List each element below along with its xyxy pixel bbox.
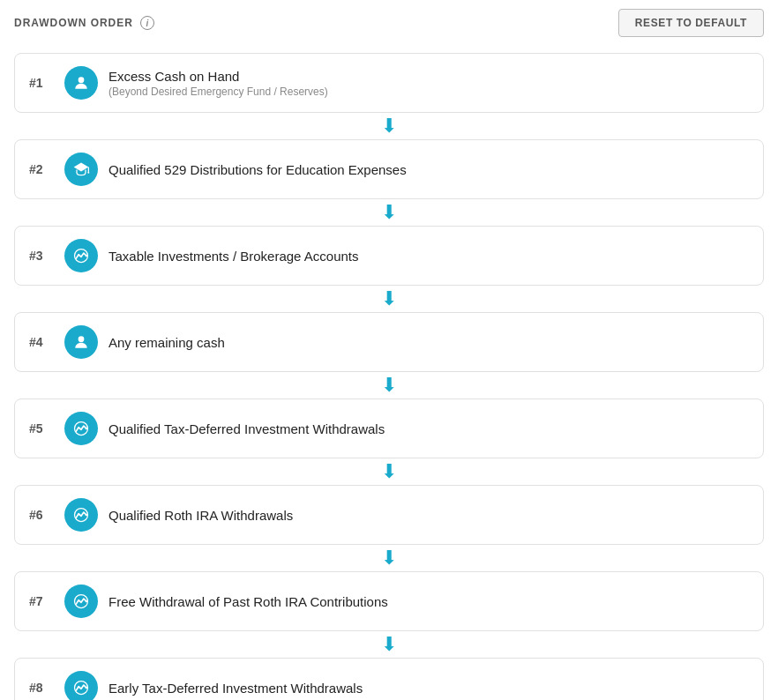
- svg-point-11: [79, 336, 85, 342]
- drawdown-row[interactable]: #5 Qualified Tax-Deferred Investment Wit…: [14, 398, 764, 458]
- drawdown-order-title: DRAWDOWN ORDER: [14, 17, 133, 29]
- item-label: Early Tax-Deferred Investment Withdrawal…: [108, 681, 363, 696]
- svg-point-13: [86, 428, 88, 430]
- item-label: Qualified 529 Distributions for Educatio…: [108, 162, 407, 177]
- svg-point-5: [79, 77, 85, 83]
- item-label: Taxable Investments / Brokerage Accounts: [108, 249, 358, 264]
- item-text: Qualified Roth IRA Withdrawals: [108, 508, 293, 523]
- item-label: Free Withdrawal of Past Roth IRA Contrib…: [108, 594, 388, 609]
- drawdown-item-wrapper: #1 Excess Cash on Hand(Beyond Desired Em…: [14, 53, 764, 139]
- drawdown-item-wrapper: #8 Early Tax-Deferred Investment Withdra…: [14, 658, 764, 700]
- item-number: #3: [29, 249, 54, 263]
- drawdown-row[interactable]: #4 Any remaining cash: [14, 312, 764, 372]
- item-text: Early Tax-Deferred Investment Withdrawal…: [108, 681, 363, 696]
- down-arrow-icon: ⬇: [381, 548, 397, 568]
- svg-point-10: [86, 255, 88, 257]
- item-icon: [64, 498, 98, 532]
- svg-marker-6: [74, 163, 89, 172]
- drawdown-item-wrapper: #7 Free Withdrawal of Past Roth IRA Cont…: [14, 571, 764, 658]
- down-arrow-icon: ⬇: [381, 635, 397, 654]
- drawdown-row[interactable]: #1 Excess Cash on Hand(Beyond Desired Em…: [14, 53, 764, 113]
- drawdown-row[interactable]: #3 Taxable Investments / Brokerage Accou…: [14, 226, 764, 286]
- drawdown-row[interactable]: #6 Qualified Roth IRA Withdrawals: [14, 485, 764, 545]
- drawdown-row[interactable]: #2 Qualified 529 Distributions for Educa…: [14, 139, 764, 199]
- header-left: DRAWDOWN ORDER i: [14, 16, 154, 30]
- item-icon: [64, 412, 98, 445]
- item-number: #6: [29, 508, 54, 522]
- item-number: #4: [29, 335, 54, 349]
- item-text: Any remaining cash: [108, 335, 225, 350]
- item-label: Qualified Tax-Deferred Investment Withdr…: [108, 421, 385, 436]
- down-arrow-icon: ⬇: [381, 116, 397, 136]
- reset-to-default-button[interactable]: RESET TO DEFAULT: [618, 9, 764, 37]
- item-icon: [64, 585, 98, 618]
- svg-point-15: [86, 514, 88, 517]
- drawdown-list: #1 Excess Cash on Hand(Beyond Desired Em…: [14, 53, 764, 700]
- item-label: Qualified Roth IRA Withdrawals: [108, 508, 293, 523]
- drawdown-item-wrapper: #5 Qualified Tax-Deferred Investment Wit…: [14, 398, 764, 485]
- item-text: Excess Cash on Hand(Beyond Desired Emerg…: [108, 69, 328, 98]
- item-text: Qualified 529 Distributions for Educatio…: [108, 162, 407, 177]
- item-label: Excess Cash on Hand: [108, 69, 328, 84]
- item-icon: [64, 66, 98, 100]
- item-number: #7: [29, 594, 54, 608]
- drawdown-row[interactable]: #7 Free Withdrawal of Past Roth IRA Cont…: [14, 571, 764, 631]
- item-icon: [64, 239, 98, 272]
- svg-point-19: [86, 687, 88, 689]
- item-text: Free Withdrawal of Past Roth IRA Contrib…: [108, 594, 388, 609]
- drawdown-item-wrapper: #3 Taxable Investments / Brokerage Accou…: [14, 226, 764, 312]
- svg-point-8: [87, 172, 89, 174]
- drawdown-item-wrapper: #6 Qualified Roth IRA Withdrawals⬇: [14, 485, 764, 571]
- down-arrow-icon: ⬇: [381, 462, 397, 481]
- info-icon[interactable]: i: [140, 16, 154, 30]
- svg-point-17: [86, 600, 88, 603]
- item-number: #5: [29, 421, 54, 436]
- drawdown-row[interactable]: #8 Early Tax-Deferred Investment Withdra…: [14, 658, 764, 700]
- down-arrow-icon: ⬇: [381, 376, 397, 395]
- item-text: Qualified Tax-Deferred Investment Withdr…: [108, 421, 385, 436]
- item-icon: [64, 153, 98, 186]
- down-arrow-icon: ⬇: [381, 203, 397, 222]
- item-number: #2: [29, 162, 54, 176]
- drawdown-item-wrapper: #4 Any remaining cash⬇: [14, 312, 764, 398]
- page-header: DRAWDOWN ORDER i RESET TO DEFAULT: [14, 9, 764, 37]
- item-icon: [64, 325, 98, 359]
- item-number: #8: [29, 681, 54, 695]
- item-sublabel: (Beyond Desired Emergency Fund / Reserve…: [108, 86, 328, 98]
- item-label: Any remaining cash: [108, 335, 225, 350]
- item-number: #1: [29, 76, 54, 90]
- item-icon: [64, 671, 98, 700]
- drawdown-item-wrapper: #2 Qualified 529 Distributions for Educa…: [14, 139, 764, 226]
- item-text: Taxable Investments / Brokerage Accounts: [108, 249, 358, 264]
- down-arrow-icon: ⬇: [381, 289, 397, 309]
